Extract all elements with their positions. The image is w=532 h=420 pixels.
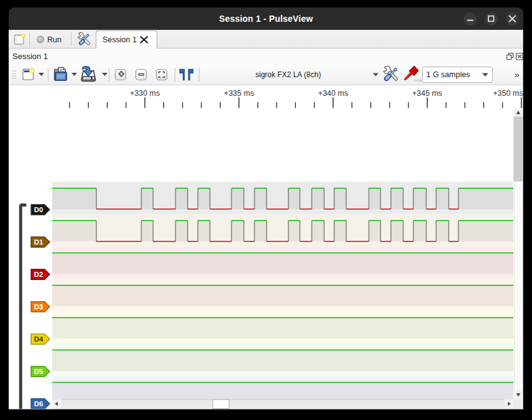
svg-text:+335 ms: +335 ms bbox=[224, 89, 254, 98]
svg-text:+340 ms: +340 ms bbox=[318, 89, 348, 98]
svg-text:D1: D1 bbox=[34, 238, 44, 246]
svg-text:1 G samples: 1 G samples bbox=[426, 70, 470, 79]
svg-text:+345 ms: +345 ms bbox=[412, 89, 442, 98]
svg-text:Run: Run bbox=[47, 35, 62, 44]
svg-text:D5: D5 bbox=[34, 368, 44, 375]
svg-text:+350 ms: +350 ms bbox=[493, 89, 522, 98]
svg-text:»: » bbox=[515, 69, 520, 80]
svg-text:Session 1: Session 1 bbox=[103, 35, 137, 44]
svg-text:D3: D3 bbox=[34, 303, 44, 310]
svg-text:D0: D0 bbox=[34, 206, 44, 213]
svg-text:sigrok FX2 LA (8ch): sigrok FX2 LA (8ch) bbox=[255, 70, 321, 79]
svg-text:D2: D2 bbox=[34, 271, 44, 278]
svg-text:D6: D6 bbox=[34, 400, 44, 408]
svg-text:+330 ms: +330 ms bbox=[130, 89, 160, 98]
svg-text:D4: D4 bbox=[34, 335, 44, 343]
